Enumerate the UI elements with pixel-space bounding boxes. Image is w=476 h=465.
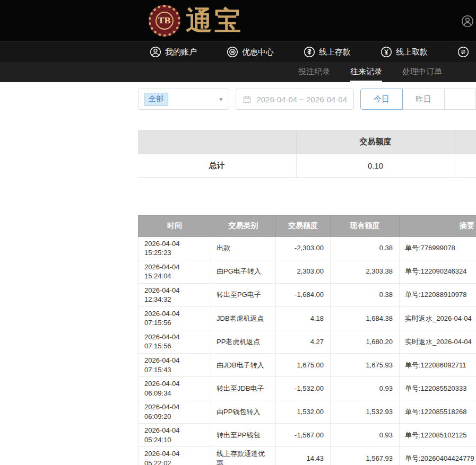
table-cell: 1,684.38	[331, 306, 400, 330]
deposit-coin-icon	[304, 46, 315, 58]
table-cell: 2026-04-04 07:15:56	[139, 330, 211, 353]
table-cell: 2026-04-04 06:09:34	[139, 377, 211, 400]
table-cell: 2,303.00	[276, 260, 331, 283]
table-cell: 1,567.93	[331, 447, 400, 465]
table-cell: 4.27	[276, 330, 331, 353]
calendar-icon	[243, 95, 252, 104]
table-cell: 转出至PG电子	[211, 283, 276, 306]
nav-item-promotions[interactable]: 优惠中心	[227, 46, 274, 58]
table-cell: 1,675.00	[276, 353, 331, 376]
table-cell: 出款	[211, 236, 276, 260]
table-row: 2026-04-04 15:25:23出款-2,303.000.38单号:776…	[139, 236, 476, 260]
table-cell: -2,303.00	[276, 236, 331, 260]
filter-row: 全部 ▼ 2026-04-04 ~ 2026-04-04 今日 昨日	[138, 89, 476, 110]
account-avatar-icon[interactable]	[461, 15, 474, 28]
content-area: 全部 ▼ 2026-04-04 ~ 2026-04-04 今日 昨日 交易额度 …	[0, 89, 476, 465]
table-cell: -1,684.00	[276, 283, 331, 306]
quick-date-buttons: 今日 昨日	[360, 89, 476, 110]
table-cell: 单号:122085518268	[400, 400, 476, 424]
table-cell: 2026-04-04 15:24:04	[139, 260, 211, 283]
yesterday-button[interactable]: 昨日	[402, 89, 445, 110]
table-cell: 2,303.38	[331, 260, 400, 283]
table-cell: 转出至PP钱包	[211, 424, 276, 447]
table-row: 2026-04-04 06:09:20由PP钱包转入1,532.001,532.…	[139, 400, 476, 424]
table-cell: 0.93	[331, 377, 400, 400]
table-cell: 实时返水_2026-04-04	[400, 306, 476, 330]
column-header: 交易类别	[211, 215, 276, 236]
table-cell: 1,680.20	[331, 330, 400, 353]
table-cell: 实时返水_2026-04-04	[400, 330, 476, 353]
table-cell: 线上存款通道优惠	[211, 447, 276, 465]
table-cell: 2026-04-04 15:25:23	[139, 236, 211, 260]
summary-header-row: 交易额度	[138, 130, 476, 154]
type-select-value: 全部	[144, 93, 168, 106]
brand-name: 通宝	[186, 4, 243, 37]
table-cell: 1,532.93	[331, 400, 400, 424]
table-body: 2026-04-04 15:25:23出款-2,303.000.38单号:776…	[139, 236, 476, 465]
table-cell: 4.18	[276, 306, 331, 330]
records-tab-bar: 投注纪录 往来记录 处理中订单	[0, 62, 476, 82]
column-header: 摘要	[400, 215, 476, 236]
table-cell: 单号:20260404424779	[400, 447, 476, 465]
table-cell: 14.43	[276, 447, 331, 465]
table-cell: -1,532.00	[276, 377, 331, 400]
table-row: 2026-04-04 07:15:56JDB老虎机返点4.181,684.38实…	[139, 306, 476, 330]
table-row: 2026-04-04 05:22:02线上存款通道优惠14.431,567.93…	[139, 447, 476, 465]
quick-date-button-clipped[interactable]	[444, 89, 476, 110]
summary-total-label: 总计	[138, 154, 296, 177]
nav-item-transfer[interactable]	[457, 46, 473, 58]
chevron-down-icon: ▼	[219, 96, 224, 102]
today-button[interactable]: 今日	[360, 89, 403, 110]
table-cell: 2026-04-04 07:15:43	[139, 353, 211, 376]
summary-total-value: 0.10	[296, 154, 455, 177]
table-cell: 单号:122085520333	[400, 377, 476, 400]
table-cell: JDB老虎机返点	[211, 306, 276, 330]
nav-item-label: 我的账户	[165, 47, 197, 57]
type-select[interactable]: 全部 ▼	[138, 89, 229, 110]
user-icon	[150, 46, 161, 58]
table-header-row: 时间交易类别交易额度现有额度摘要	[139, 215, 476, 236]
nav-item-label: 线上取款	[396, 47, 428, 57]
date-range-value: 2026-04-04 ~ 2026-04-04	[256, 95, 347, 104]
table-row: 2026-04-04 07:15:56PP老虎机返点4.271,680.20实时…	[139, 330, 476, 353]
table-cell: PP老虎机返点	[211, 330, 276, 353]
table-cell: 由PG电子转入	[211, 260, 276, 283]
transactions-table: 时间交易类别交易额度现有额度摘要 2026-04-04 15:25:23出款-2…	[138, 215, 476, 465]
column-header: 时间	[139, 215, 211, 236]
table-cell: 2026-04-04 07:15:56	[139, 306, 211, 330]
tab-betting-records[interactable]: 投注纪录	[298, 62, 330, 82]
summary-total-row: 总计 0.10	[138, 154, 476, 177]
table-cell: 单号:122086092711	[400, 353, 476, 376]
table-row: 2026-04-04 06:09:34转出至JDB电子-1,532.000.93…	[139, 377, 476, 400]
tab-processing-orders[interactable]: 处理中订单	[402, 62, 442, 82]
chip-tb-text: TB	[155, 12, 174, 30]
summary-value-clipped	[455, 154, 476, 177]
table-cell: 2026-04-04 12:34:32	[139, 283, 211, 306]
nav-item-label: 优惠中心	[242, 47, 274, 57]
withdraw-coin-icon	[380, 46, 392, 58]
table-cell: 0.93	[331, 424, 400, 447]
table-cell: 1,675.93	[331, 353, 400, 376]
summary-header-clipped	[455, 130, 476, 154]
coin-grid-icon	[227, 46, 238, 58]
table-cell: 2026-04-04 06:09:20	[139, 400, 211, 424]
column-header: 现有额度	[331, 215, 400, 236]
table-cell: -1,567.00	[276, 424, 331, 447]
table-cell: 由JDB电子转入	[211, 353, 276, 376]
transfer-arrows-icon	[457, 46, 469, 58]
table-cell: 1,532.00	[276, 400, 331, 424]
table-cell: 由PP钱包转入	[211, 400, 276, 424]
table-row: 2026-04-04 15:24:04由PG电子转入2,303.002,303.…	[139, 260, 476, 283]
summary-header-empty	[138, 130, 296, 154]
table-cell: 单号:776999078	[400, 236, 476, 260]
table-cell: 单号:122090246324	[400, 260, 476, 283]
tab-transaction-records[interactable]: 往来记录	[350, 62, 382, 82]
date-range-input[interactable]: 2026-04-04 ~ 2026-04-04	[236, 89, 354, 110]
table-cell: 0.38	[331, 283, 400, 306]
table-row: 2026-04-04 07:15:43由JDB电子转入1,675.001,675…	[139, 353, 476, 376]
nav-item-my-account[interactable]: 我的账户	[150, 46, 197, 58]
casino-chip-icon: TB	[149, 5, 180, 37]
table-cell: 2026-04-04 05:22:02	[139, 447, 211, 465]
nav-item-withdraw[interactable]: 线上取款	[380, 46, 428, 58]
nav-item-deposit[interactable]: 线上存款	[304, 46, 351, 58]
